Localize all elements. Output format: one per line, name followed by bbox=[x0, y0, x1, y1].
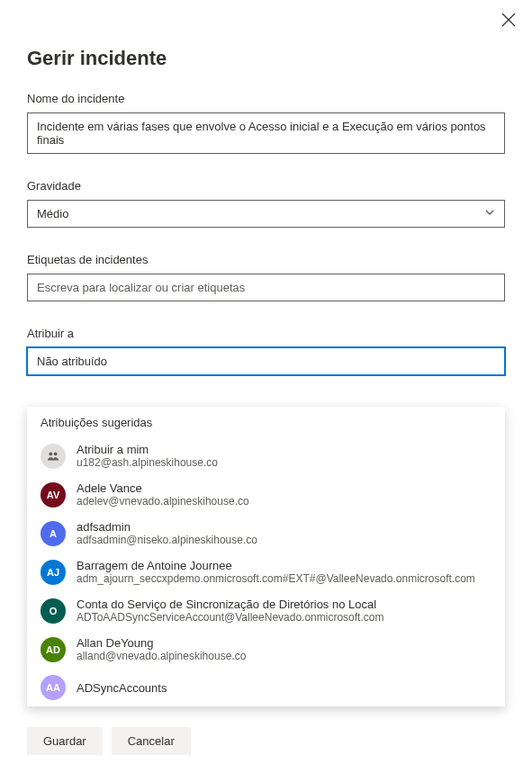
avatar: AD bbox=[41, 637, 66, 662]
suggestion-text: Barragem de Antoine Journeeadm_ajourn_se… bbox=[77, 559, 475, 585]
avatar: AV bbox=[41, 482, 66, 508]
suggestion-name: ADSyncAccounts bbox=[77, 681, 167, 695]
suggestion-list[interactable]: Atribuir a mimu182@ash.alpineskihouse.co… bbox=[27, 436, 505, 706]
suggestion-text: adfsadminadfsadmin@niseko.alpineskihouse… bbox=[77, 520, 257, 546]
suggestion-item[interactable]: OConta do Serviço de Sincronização de Di… bbox=[27, 591, 505, 630]
suggestion-item[interactable]: ADAllan DeYoungalland@vnevado.alpineskih… bbox=[27, 630, 505, 669]
tags-label: Etiquetas de incidentes bbox=[27, 253, 505, 266]
field-severity: Gravidade Médio bbox=[27, 179, 505, 228]
suggestion-item[interactable]: AJBarragem de Antoine Journeeadm_ajourn_… bbox=[27, 553, 505, 591]
incident-name-input[interactable]: Incidente em várias fases que envolve o … bbox=[27, 112, 505, 154]
field-tags: Etiquetas de incidentes Escreva para loc… bbox=[27, 253, 505, 301]
suggestion-text: Conta do Serviço de Sincronização de Dir… bbox=[77, 598, 383, 624]
close-icon bbox=[501, 13, 516, 27]
incident-name-label: Nome do incidente bbox=[27, 92, 505, 105]
suggestion-name: Atribuir a mim bbox=[77, 443, 218, 456]
incident-name-value: Incidente em várias fases que envolve o … bbox=[37, 120, 495, 147]
suggestion-name: Barragem de Antoine Journee bbox=[77, 559, 475, 572]
suggestion-text: Atribuir a mimu182@ash.alpineskihouse.co bbox=[77, 443, 218, 469]
svg-point-2 bbox=[49, 452, 52, 455]
severity-value: Médio bbox=[37, 207, 68, 220]
suggestion-name: Conta do Serviço de Sincronização de Dir… bbox=[77, 598, 383, 611]
suggestion-email: adelev@vnevado.alpineskihouse.co bbox=[77, 495, 249, 508]
field-incident-name: Nome do incidente Incidente em várias fa… bbox=[27, 92, 505, 154]
assign-label: Atribuir a bbox=[27, 327, 505, 340]
suggestion-name: Adele Vance bbox=[77, 481, 249, 495]
save-button[interactable]: Guardar bbox=[27, 727, 103, 755]
people-icon bbox=[47, 450, 59, 463]
dialog-footer: Guardar Cancelar bbox=[27, 727, 191, 755]
avatar: O bbox=[41, 598, 66, 624]
field-assign: Atribuir a Não atribuído bbox=[27, 327, 505, 375]
severity-select[interactable]: Médio bbox=[27, 200, 505, 228]
suggestion-email: adfsadmin@niseko.alpineskihouse.co bbox=[77, 534, 257, 546]
avatar: AA bbox=[41, 675, 66, 700]
suggestion-text: ADSyncAccounts bbox=[77, 681, 167, 695]
suggestion-name: Allan DeYoung bbox=[77, 636, 246, 650]
suggestion-email: adm_ajourn_seccxpdemo.onmicrosoft.com#EX… bbox=[77, 572, 475, 585]
assign-value: Não atribuído bbox=[37, 355, 107, 368]
suggestion-item[interactable]: AVAdele Vanceadelev@vnevado.alpineskihou… bbox=[27, 475, 505, 514]
avatar: AJ bbox=[41, 560, 66, 585]
tags-input[interactable]: Escreva para localizar ou criar etiqueta… bbox=[27, 274, 505, 301]
severity-label: Gravidade bbox=[27, 179, 505, 193]
cancel-button[interactable]: Cancelar bbox=[112, 727, 191, 755]
assign-input[interactable]: Não atribuído bbox=[27, 347, 505, 375]
assign-dropdown: Atribuições sugeridas Atribuir a mimu182… bbox=[27, 407, 505, 706]
chevron-down-icon bbox=[484, 207, 495, 220]
suggestion-text: Adele Vanceadelev@vnevado.alpineskihouse… bbox=[77, 481, 249, 508]
avatar: A bbox=[41, 521, 66, 546]
dialog-title: Gerir incidente bbox=[27, 47, 505, 70]
suggestion-item[interactable]: Aadfsadminadfsadmin@niseko.alpineskihous… bbox=[27, 514, 505, 553]
suggestion-email: u182@ash.alpineskihouse.co bbox=[77, 456, 218, 469]
close-button[interactable] bbox=[501, 13, 516, 31]
suggestion-text: Allan DeYoungalland@vnevado.alpineskihou… bbox=[77, 636, 246, 662]
svg-point-3 bbox=[54, 452, 58, 455]
suggestion-email: ADToAADSyncServiceAccount@ValleeNevado.o… bbox=[77, 611, 383, 624]
suggestion-item[interactable]: Atribuir a mimu182@ash.alpineskihouse.co bbox=[27, 436, 505, 475]
tags-placeholder: Escreva para localizar ou criar etiqueta… bbox=[37, 281, 245, 294]
suggestion-name: adfsadmin bbox=[77, 520, 257, 534]
dropdown-header: Atribuições sugeridas bbox=[27, 407, 505, 436]
suggestion-email: alland@vnevado.alpineskihouse.co bbox=[77, 650, 246, 662]
avatar bbox=[41, 444, 66, 469]
suggestion-item[interactable]: AAADSyncAccounts bbox=[27, 669, 505, 706]
